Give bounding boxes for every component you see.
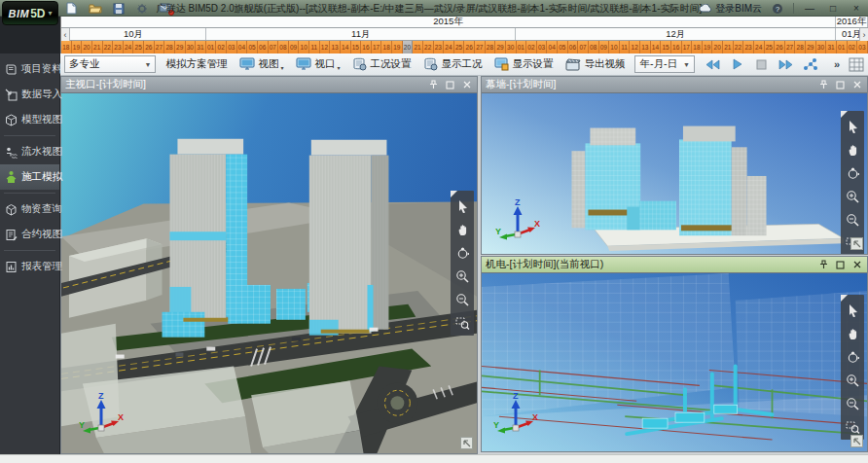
specialty-dropdown[interactable]: 多专业 ▼	[64, 55, 156, 73]
viewport-mep-header[interactable]: 机电-[计划时间](当前视口)	[482, 257, 867, 273]
toolbar-overflow-button[interactable]: »	[832, 58, 842, 70]
maximize-viewport-icon[interactable]	[834, 79, 847, 90]
timeline-day-cell[interactable]: 31	[196, 41, 206, 53]
pan-hand-button[interactable]	[844, 142, 861, 157]
timeline-day-cell[interactable]: 05	[247, 41, 258, 53]
timeline-day-cell[interactable]: 22	[103, 41, 114, 53]
main-viewport-expand-button[interactable]	[460, 437, 473, 449]
timeline-day-cell[interactable]: 12	[320, 41, 331, 53]
select-cursor-button[interactable]	[453, 198, 471, 213]
timeline-day-cell[interactable]: 13	[640, 41, 651, 53]
timeline-day-cell[interactable]: 21	[723, 41, 734, 53]
timeline-day-cell[interactable]: 15	[661, 41, 671, 53]
timeline-day-cell[interactable]: 22	[734, 41, 744, 53]
timeline-day-cell[interactable]: 17	[372, 41, 382, 53]
timeline-day-cell[interactable]: 07	[269, 41, 279, 53]
main-3d-scene[interactable]: Z X Y	[61, 93, 477, 453]
timeline-day-cell[interactable]: 19	[72, 41, 83, 53]
timeline-day-cell[interactable]: 03	[857, 41, 868, 53]
close-viewport-icon[interactable]	[850, 79, 863, 90]
zoom-in-button[interactable]	[844, 373, 861, 387]
timeline-day-cell[interactable]: 19	[392, 41, 403, 53]
timeline-day-cell[interactable]: 29	[495, 41, 506, 53]
viewport-curtain-wall[interactable]: 幕墙-[计划时间]	[481, 76, 868, 255]
timeline-day-cell[interactable]: 24	[444, 41, 454, 53]
timeline-day-cell[interactable]: 23	[743, 41, 754, 53]
timeline-day-cell[interactable]: 21	[413, 41, 423, 53]
viewport-mep[interactable]: 机电-[计划时间](当前视口)	[481, 256, 868, 452]
timeline-day-cell[interactable]: 09	[289, 41, 300, 53]
timeline-day-cell[interactable]: 02	[526, 41, 537, 53]
timeline-day-cell[interactable]: 26	[464, 41, 475, 53]
timeline-day-cell[interactable]: 29	[806, 41, 816, 53]
timeline-day-cell[interactable]: 08	[278, 41, 289, 53]
timeline-day-cell[interactable]: 18	[381, 41, 392, 53]
timeline-day-cell[interactable]: 27	[785, 41, 796, 53]
fast-forward-button[interactable]	[778, 56, 794, 72]
login-bim-cloud-button[interactable]: 登录BIM云	[699, 2, 762, 16]
timeline-day-cell[interactable]: 20	[712, 41, 723, 53]
timeline-day-cell[interactable]: 28	[486, 41, 496, 53]
close-viewport-icon[interactable]	[850, 259, 863, 270]
zoom-out-button[interactable]	[844, 212, 861, 227]
display-settings-button[interactable]: 显示设置	[491, 56, 556, 72]
timeline-day-cell[interactable]: 03	[227, 41, 237, 53]
help-button[interactable]: ?	[770, 2, 785, 16]
export-video-button[interactable]: 导出视频	[562, 56, 628, 72]
work-condition-settings-button[interactable]: 工况设置	[349, 56, 414, 72]
simulation-plan-manage-button[interactable]: 模拟方案管理	[163, 56, 230, 72]
pin-icon[interactable]	[817, 79, 830, 90]
timeline-day-cell[interactable]: 30	[816, 41, 827, 53]
date-format-dropdown[interactable]: 年-月-日 ▼	[634, 55, 694, 73]
viewport-layout-button[interactable]	[849, 56, 864, 72]
timeline-day-cell[interactable]: 15	[351, 41, 362, 53]
zoom-out-button[interactable]	[453, 292, 471, 306]
show-work-condition-button[interactable]: 显示工况	[420, 56, 485, 72]
curtain-3d-scene[interactable]: Z X Y	[482, 93, 867, 254]
sidebar-item-数据导入[interactable]: 数据导入	[0, 82, 59, 107]
timeline-day-cell[interactable]: 03	[537, 41, 548, 53]
timeline-day-cell[interactable]: 08	[589, 41, 599, 53]
viewport-button[interactable]: 视口▾	[293, 56, 343, 72]
timeline-day-cell[interactable]: 24	[124, 41, 134, 53]
pin-icon[interactable]	[427, 79, 440, 90]
timeline-day-cell[interactable]: 04	[237, 41, 248, 53]
maximize-viewport-icon[interactable]	[444, 79, 456, 90]
timeline-day-cell[interactable]: 06	[258, 41, 269, 53]
close-viewport-icon[interactable]	[460, 79, 473, 90]
timeline-day-cell[interactable]: 13	[330, 41, 341, 53]
timeline-day-cell[interactable]: 18	[61, 41, 72, 53]
timeline-day-cell[interactable]: 27	[155, 41, 165, 53]
timeline-day-cell[interactable]: 18	[692, 41, 703, 53]
zoom-out-button[interactable]	[844, 396, 861, 410]
timeline-day-cell[interactable]: 02	[848, 41, 858, 53]
timeline-day-cell[interactable]: 04	[547, 41, 558, 53]
mep-viewport-expand-button[interactable]	[850, 435, 863, 447]
timeline-day-cell[interactable]: 25	[765, 41, 776, 53]
timeline-day-cell[interactable]: 23	[113, 41, 124, 53]
timeline-day-cell[interactable]: 11	[309, 41, 320, 53]
timeline-day-cell[interactable]: 29	[175, 41, 186, 53]
close-button[interactable]: ×	[849, 2, 864, 16]
timeline-day-cell[interactable]: 26	[144, 41, 155, 53]
timeline-day-cell[interactable]: 31	[826, 41, 837, 53]
timeline-day-cell[interactable]: 20	[82, 41, 92, 53]
curtain-viewport-expand-button[interactable]	[850, 237, 863, 250]
stop-button[interactable]	[754, 56, 770, 72]
timeline-day-cell[interactable]: 28	[164, 41, 175, 53]
timeline-day-cell[interactable]: 14	[651, 41, 662, 53]
pin-icon[interactable]	[817, 259, 830, 270]
viewport-main-header[interactable]: 主视口-[计划时间]	[61, 77, 477, 93]
timeline-day-cell[interactable]: 01	[206, 41, 217, 53]
pan-hand-button[interactable]	[453, 222, 471, 236]
timeline-day-cell[interactable]: 16	[361, 41, 372, 53]
timeline-day-cell[interactable]: 05	[558, 41, 568, 53]
timeline-day-cell[interactable]: 10	[609, 41, 620, 53]
timeline-day-cell[interactable]: 14	[341, 41, 351, 53]
timeline-next-arrow[interactable]: ›	[859, 28, 868, 41]
timeline-day-cell[interactable]: 30	[506, 41, 517, 53]
viewport-curtain-header[interactable]: 幕墙-[计划时间]	[482, 77, 867, 93]
maximize-viewport-icon[interactable]	[834, 259, 847, 270]
zoom-window-button[interactable]	[453, 315, 471, 330]
timeline-day-cell[interactable]: 09	[599, 41, 610, 53]
